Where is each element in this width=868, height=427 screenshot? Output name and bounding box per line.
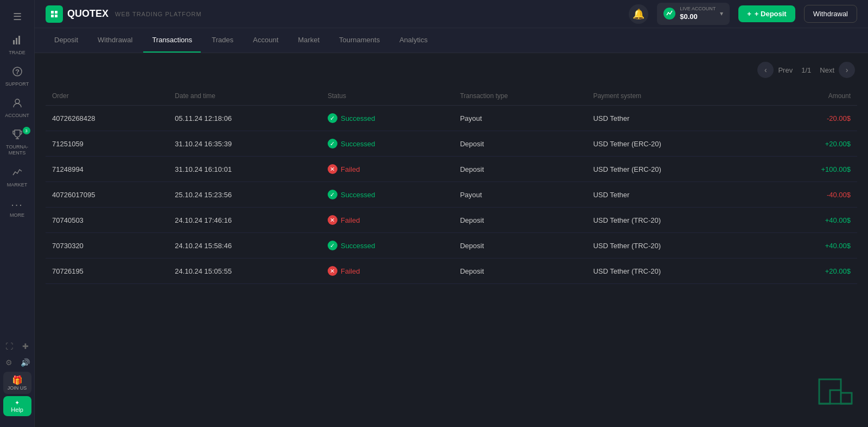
prev-page-button[interactable]: ‹ [757,62,774,78]
sidebar-item-support[interactable]: ? SUPPORT [2,62,33,91]
add-button[interactable]: ✚ [18,339,33,353]
deposit-label: + Deposit [755,10,787,18]
col-header-transaction-type: Transaction type [454,87,586,106]
sidebar-item-tournaments[interactable]: 3 TOURNA-MENTS [2,125,33,160]
sidebar-item-market-label: MARKET [7,182,28,187]
cell-amount: -20.00$ [764,106,857,131]
sound-button[interactable]: 🔊 [18,355,33,370]
status-icon: ✓ [328,139,337,148]
account-type-icon [663,8,675,20]
tab-analytics[interactable]: Analytics [391,28,436,53]
cell-transaction-type: Payout [454,106,586,131]
cell-amount: -40.00$ [764,182,857,208]
cell-transaction-type: Deposit [454,208,586,233]
more-icon: ··· [11,198,23,211]
cell-order: 70726195 [46,258,168,284]
cell-datetime: 24.10.24 17:46:16 [168,208,321,233]
sidebar-item-account[interactable]: ACCOUNT [2,93,33,122]
cell-order: 71251059 [46,131,168,157]
account-label: LIVE ACCOUNT [680,6,716,12]
cell-payment-system: USD Tether (TRC-20) [586,208,764,233]
tournament-icon [12,129,23,143]
cell-transaction-type: Deposit [454,131,586,157]
col-header-order: Order [46,87,168,106]
svg-rect-0 [13,40,15,44]
status-icon: ✕ [328,164,337,174]
prev-label: Prev [778,66,793,74]
topbar: QUOTEX WEB TRADING PLATFORM 🔔 LIVE ACCOU… [35,0,868,28]
sidebar-item-support-label: SUPPORT [5,81,29,87]
help-icon: ✦ [15,399,20,406]
cell-datetime: 25.10.24 15:23:56 [168,182,321,208]
cell-datetime: 24.10.24 15:05:55 [168,258,321,284]
table-row[interactable]: 70740503 24.10.24 17:46:16 ✕ Failed Depo… [46,208,857,233]
cell-status: ✕ Failed [321,258,454,284]
cell-order: 40726017095 [46,182,168,208]
table-row[interactable]: 40726017095 25.10.24 15:23:56 ✓ Successe… [46,182,857,208]
trade-icon [12,35,23,48]
status-icon: ✓ [328,241,337,250]
cell-transaction-type: Deposit [454,258,586,284]
logo-text: QUOTEX [67,8,108,20]
cell-order: 70730320 [46,233,168,258]
help-button[interactable]: ✦ Help [3,396,31,416]
pagination-row: ‹ Prev 1/1 Next › [35,53,868,87]
status-icon: ✓ [328,113,337,123]
settings-button[interactable]: ⚙ [2,355,16,370]
logo: QUOTEX WEB TRADING PLATFORM [46,5,202,23]
cell-status: ✓ Successed [321,233,454,258]
col-header-amount: Amount [764,87,857,106]
status-text: Failed [341,267,360,275]
status-icon: ✕ [328,266,337,276]
tab-account[interactable]: Account [244,28,287,53]
sidebar-item-trade-label: TRADE [9,50,25,55]
sidebar-item-trade[interactable]: TRADE [2,30,33,60]
sidebar-item-tournaments-label: TOURNA-MENTS [6,144,28,156]
join-us-button[interactable]: 🎁 JOIN US [3,372,31,394]
cell-amount: +40.00$ [764,208,857,233]
cell-payment-system: USD Tether [586,182,764,208]
cell-datetime: 31.10.24 16:10:01 [168,157,321,182]
table-row[interactable]: 71251059 31.10.24 16:35:39 ✓ Successed D… [46,131,857,157]
tab-tournaments[interactable]: Tournaments [330,28,388,53]
cell-amount: +20.00$ [764,131,857,157]
next-label: Next [820,66,834,74]
chevron-down-icon: ▾ [720,10,723,17]
hamburger-menu-button[interactable]: ☰ [8,5,27,28]
fullscreen-button[interactable]: ⛶ [2,339,16,353]
notification-icon: 🔔 [633,8,644,20]
cell-amount: +100.00$ [764,157,857,182]
table-row[interactable]: 70730320 24.10.24 15:58:46 ✓ Successed D… [46,233,857,258]
notification-button[interactable]: 🔔 [629,4,648,24]
withdrawal-button[interactable]: Withdrawal [804,5,857,23]
cell-datetime: 31.10.24 16:35:39 [168,131,321,157]
status-text: Successed [341,191,375,199]
cell-payment-system: USD Tether [586,106,764,131]
sidebar-item-more[interactable]: ··· MORE [2,194,33,222]
tab-transactions[interactable]: Transactions [143,28,201,53]
transactions-table-wrap: Order Date and time Status Transaction t… [35,87,868,284]
table-row[interactable]: 40726268428 05.11.24 12:18:06 ✓ Successe… [46,106,857,131]
table-row[interactable]: 71248994 31.10.24 16:10:01 ✕ Failed Depo… [46,157,857,182]
tab-trades[interactable]: Trades [203,28,242,53]
tab-market[interactable]: Market [289,28,328,53]
svg-rect-2 [18,36,20,44]
plus-icon: + [747,10,751,18]
account-selector-button[interactable]: LIVE ACCOUNT $0.00 ▾ [657,3,730,25]
sidebar-item-market[interactable]: MARKET [2,163,33,192]
watermark [814,368,857,416]
content-area: ‹ Prev 1/1 Next › Order Date and time St… [35,53,868,427]
sidebar-item-more-label: MORE [10,212,24,218]
main-content: QUOTEX WEB TRADING PLATFORM 🔔 LIVE ACCOU… [35,0,868,427]
svg-point-5 [15,99,20,103]
deposit-button[interactable]: + + Deposit [738,5,795,22]
tab-withdrawal[interactable]: Withdrawal [89,28,141,53]
cell-amount: +20.00$ [764,258,857,284]
next-page-button[interactable]: › [839,62,855,78]
col-header-payment-system: Payment system [586,87,764,106]
help-label: Help [11,406,23,413]
col-header-datetime: Date and time [168,87,321,106]
tab-deposit[interactable]: Deposit [46,28,87,53]
status-icon: ✓ [328,190,337,199]
table-row[interactable]: 70726195 24.10.24 15:05:55 ✕ Failed Depo… [46,258,857,284]
